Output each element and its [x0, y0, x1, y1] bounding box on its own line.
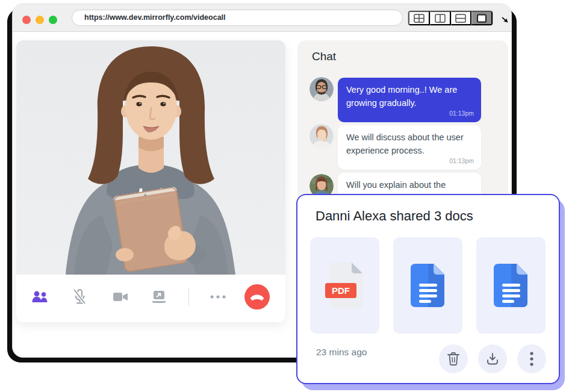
shared-docs-modal: Danni Alexa shared 3 docs PDF: [296, 194, 560, 384]
microphone-muted-button[interactable]: [70, 287, 89, 306]
end-call-button[interactable]: [244, 284, 270, 310]
more-options-button[interactable]: [208, 287, 228, 306]
download-docs-button[interactable]: [478, 344, 507, 373]
pdf-file-icon: PDF: [325, 263, 365, 308]
two-column-layout-icon: [435, 14, 446, 23]
trash-icon: [447, 352, 460, 366]
url-bar[interactable]: https://www.dev.mirrorfly.com/videocall: [72, 10, 403, 26]
chat-message: We will discuss about the user experienc…: [338, 125, 481, 170]
avatar: [309, 124, 334, 148]
remote-participant-video: [16, 40, 285, 275]
video-tile: [16, 40, 285, 322]
traffic-lights: [22, 16, 57, 24]
share-screen-button[interactable]: [149, 287, 169, 306]
avatar: [309, 77, 334, 101]
grid-layout-button[interactable]: [408, 11, 430, 25]
single-pane-layout-icon: [476, 14, 487, 23]
microphone-muted-icon: [72, 288, 87, 305]
layout-switcher: [408, 10, 493, 26]
close-window-button[interactable]: [22, 16, 31, 24]
google-doc-icon: [411, 264, 446, 307]
camera-icon: [113, 291, 128, 302]
chat-message-time: 01:13pm: [449, 157, 474, 166]
chat-message: Very good morning..! We are growing grad…: [338, 78, 481, 122]
delete-docs-button[interactable]: [439, 344, 468, 373]
kebab-menu-icon: [530, 352, 533, 366]
grid-layout-icon: [414, 14, 424, 23]
end-call-icon: [250, 293, 264, 300]
shared-doc-gdoc[interactable]: [393, 237, 462, 334]
download-icon: [486, 352, 499, 366]
shared-timestamp: 23 mins ago: [316, 347, 367, 358]
shared-doc-pdf[interactable]: PDF: [310, 237, 379, 334]
pdf-badge-label: PDF: [332, 285, 350, 296]
more-options-icon: [210, 295, 226, 299]
chat-message-time: 01:13pm: [449, 109, 474, 119]
two-row-layout-icon: [455, 14, 466, 23]
participants-icon: [31, 290, 48, 303]
shared-doc-gdoc[interactable]: [476, 237, 546, 334]
chat-panel-title: Chat: [312, 50, 336, 63]
two-column-layout-button[interactable]: [430, 11, 451, 25]
two-row-layout-button[interactable]: [451, 11, 472, 25]
zoom-window-button[interactable]: [49, 16, 57, 24]
mouse-cursor-icon: [502, 16, 510, 25]
browser-toolbar: https://www.dev.mirrorfly.com/videocall: [13, 4, 511, 32]
call-controls: [16, 275, 285, 322]
participants-button[interactable]: [30, 287, 49, 306]
camera-button[interactable]: [111, 287, 130, 306]
screenshot-canvas: https://www.dev.mirrorfly.com/videocall: [0, 0, 566, 392]
more-doc-actions-button[interactable]: [517, 344, 546, 373]
controls-divider: [188, 288, 189, 306]
chat-message-text: Very good morning..! We are growing grad…: [346, 85, 457, 108]
url-text: https://www.dev.mirrorfly.com/videocall: [72, 10, 402, 25]
single-pane-layout-button[interactable]: [471, 11, 493, 25]
share-screen-icon: [151, 290, 167, 303]
chat-message-text: We will discuss about the user experienc…: [346, 132, 464, 155]
google-doc-icon: [494, 264, 529, 307]
modal-title: Danni Alexa shared 3 docs: [316, 208, 473, 224]
minimize-window-button[interactable]: [36, 16, 44, 24]
